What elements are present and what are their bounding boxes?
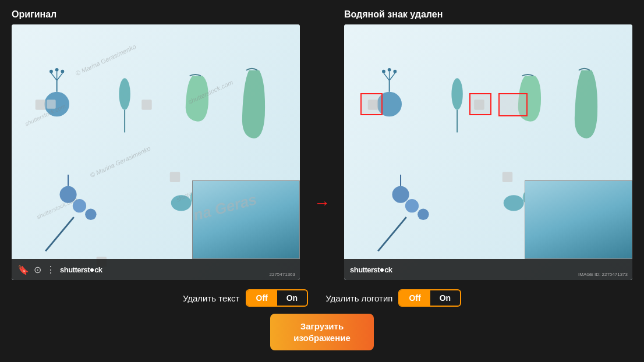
remove-text-control: Удалить текст Off On [183, 289, 308, 307]
logo-on-button[interactable]: On [430, 290, 460, 306]
red-box-1 [360, 93, 383, 115]
red-box-2 [469, 93, 491, 115]
svg-point-44 [417, 209, 429, 220]
svg-line-33 [384, 73, 390, 81]
left-magnified-inset: na Geras [192, 180, 300, 259]
svg-point-41 [392, 186, 409, 203]
main-container: Оригинал [0, 0, 644, 362]
logo-toggle-group: Off On [398, 289, 461, 307]
svg-point-6 [55, 68, 59, 72]
svg-rect-29 [170, 172, 180, 182]
download-line2: изображение [293, 333, 351, 343]
svg-point-37 [388, 68, 391, 72]
svg-point-5 [49, 70, 53, 73]
svg-point-36 [382, 70, 385, 73]
svg-rect-8 [47, 100, 56, 109]
remove-logo-label: Удалить логотип [325, 293, 392, 303]
right-bottom-bar: shutterstck IMAGE ID: 2275471373 [344, 259, 632, 280]
right-panel-title: Водяной знак удален [344, 9, 632, 20]
svg-rect-27 [36, 100, 45, 109]
left-panel-title: Оригинал [12, 9, 300, 20]
svg-line-35 [390, 73, 395, 81]
text-on-button[interactable]: On [277, 290, 307, 306]
right-image-wrapper: shutterstck IMAGE ID: 2275471373 [344, 24, 632, 280]
download-button[interactable]: Загрузить изображение [270, 314, 374, 350]
svg-point-13 [73, 199, 86, 212]
svg-point-46 [504, 195, 524, 211]
remove-text-label: Удалить текст [183, 293, 240, 303]
logo-off-button[interactable]: Off [399, 290, 430, 306]
svg-point-7 [61, 70, 64, 73]
svg-line-45 [378, 217, 406, 251]
svg-point-9 [119, 78, 130, 109]
svg-line-2 [51, 73, 57, 81]
left-inset-watermark: na Geras [192, 190, 259, 225]
right-image-id: IMAGE ID: 2275471373 [578, 272, 628, 277]
left-bottom-bar: 🔖 ⊙ ⋮ shutterstck 2275471363 [12, 259, 300, 280]
svg-point-16 [171, 195, 192, 211]
more-icon[interactable]: ⋮ [46, 264, 55, 275]
svg-point-14 [85, 209, 96, 220]
svg-rect-28 [141, 100, 151, 109]
images-row: Оригинал [12, 9, 632, 280]
bookmark-icon[interactable]: 🔖 [17, 264, 29, 275]
right-shutterstock-logo: shutterstck [350, 265, 392, 274]
svg-point-11 [60, 186, 77, 203]
left-panel: Оригинал [12, 9, 300, 280]
controls-row: Удалить текст Off On Удалить логотип Off… [183, 289, 461, 307]
camera-icon[interactable]: ⊙ [34, 264, 41, 275]
svg-point-43 [405, 199, 419, 212]
remove-logo-control: Удалить логотип Off On [325, 289, 461, 307]
svg-line-4 [57, 73, 63, 81]
right-magnified-inset [525, 180, 632, 259]
right-panel: Водяной знак удален [344, 9, 632, 280]
svg-line-15 [45, 217, 74, 251]
left-image-id: 2275471363 [270, 272, 296, 277]
svg-point-39 [451, 78, 462, 109]
download-line1: Загрузить [300, 321, 344, 331]
text-off-button[interactable]: Off [247, 290, 277, 306]
left-image-wrapper: © Marina Gerasimenko shutterstock.com © … [12, 24, 300, 280]
left-shutterstock-logo: shutterstck [60, 265, 102, 274]
right-arrow: → [314, 195, 330, 211]
arrow-container: → [312, 126, 332, 280]
red-box-3 [498, 93, 528, 116]
svg-rect-59 [503, 172, 512, 182]
svg-point-38 [393, 70, 397, 73]
text-toggle-group: Off On [246, 289, 309, 307]
